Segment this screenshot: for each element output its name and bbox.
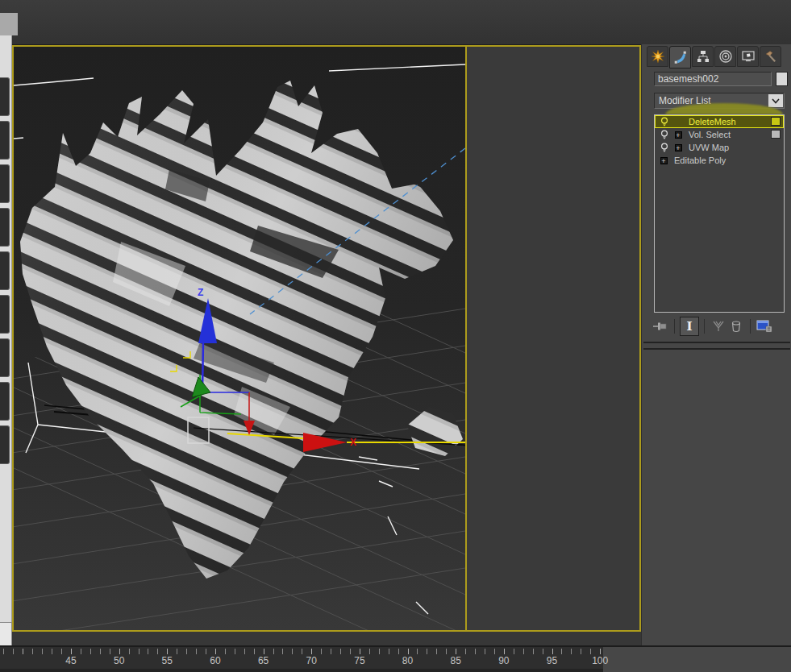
tab-hierarchy[interactable] — [692, 46, 714, 67]
cutoff-toolbar-button[interactable] — [0, 382, 10, 421]
frame-tick — [350, 649, 351, 654]
frame-tick — [311, 649, 312, 654]
frame-tick — [581, 649, 581, 654]
frame-tick — [514, 649, 514, 654]
expand-plus-icon[interactable]: + — [675, 144, 682, 151]
frame-tick — [100, 649, 101, 654]
frame-tick — [369, 649, 370, 654]
panel-divider — [643, 342, 790, 343]
frame-tick — [225, 649, 226, 654]
frame-number-label: 50 — [114, 655, 124, 666]
toolbar-separator — [704, 319, 705, 334]
tab-create[interactable] — [647, 46, 668, 67]
modifier-stack[interactable]: DeleteMesh+Vol. Select+UVW Map+Editable … — [654, 114, 785, 313]
modifier-stack-row[interactable]: +Editable Poly — [655, 154, 784, 167]
configure-modifier-sets-button[interactable] — [756, 317, 773, 335]
frame-tick — [235, 649, 235, 654]
cutoff-toolbar-button[interactable] — [0, 251, 10, 290]
modifier-enable-bulb-icon[interactable] — [659, 117, 669, 127]
z-axis-label: Z — [198, 287, 203, 298]
dropdown-arrow-button[interactable] — [768, 94, 783, 107]
frame-tick — [494, 649, 495, 654]
modifier-stack-row[interactable]: +Vol. Select — [655, 128, 784, 141]
tab-modify[interactable] — [669, 46, 691, 68]
tab-display[interactable] — [737, 46, 759, 67]
frame-tick — [398, 649, 399, 654]
expand-plus-icon[interactable]: + — [660, 157, 668, 164]
cutoff-toolbar-button[interactable] — [0, 164, 10, 203]
frame-number-label: 80 — [402, 655, 413, 666]
frame-number-label: 85 — [451, 655, 461, 666]
frame-number-label: 55 — [162, 655, 173, 666]
modifier-stack-toolbar: I — [652, 316, 787, 337]
object-color-swatch[interactable] — [776, 72, 788, 86]
utilities-hammer-icon — [764, 49, 778, 64]
frame-tick — [292, 649, 293, 654]
frame-number-label: 60 — [210, 655, 220, 666]
x-axis-arrow[interactable] — [303, 433, 347, 452]
tab-motion[interactable] — [714, 46, 736, 67]
cutoff-toolbar-button[interactable] — [0, 425, 10, 464]
timeline-ruler[interactable]: 4550556065707580859095100 — [0, 647, 603, 672]
frame-tick — [417, 649, 418, 654]
active-viewport[interactable]: X Z — [14, 47, 465, 630]
frame-tick — [264, 649, 264, 654]
frame-tick — [379, 649, 380, 654]
frame-tick — [561, 649, 562, 654]
frame-tick — [177, 649, 177, 654]
mesh-object[interactable] — [20, 81, 463, 579]
modifier-viewport-toggle-swatch[interactable] — [771, 130, 781, 139]
frame-tick — [32, 649, 33, 654]
frame-tick — [408, 649, 409, 654]
modifier-stack-row[interactable]: DeleteMesh — [655, 115, 784, 128]
frame-tick — [446, 649, 447, 654]
motion-circles-icon — [718, 49, 733, 64]
modifier-stack-row[interactable]: +UVW Map — [655, 141, 784, 154]
empty-viewport-pane[interactable] — [467, 47, 639, 630]
frame-tick — [389, 649, 389, 654]
cutoff-toolbar-button[interactable] — [0, 121, 10, 160]
frame-tick — [590, 649, 591, 654]
frame-tick — [543, 649, 543, 654]
hierarchy-boxes-icon — [696, 49, 710, 64]
command-panel: Modifier List DeleteMesh+Vol. Select+UVW… — [641, 44, 791, 645]
cutoff-toolbar-button[interactable] — [0, 338, 10, 377]
top-toolbar-area — [0, 0, 791, 46]
cutoff-toolbar-button[interactable] — [0, 295, 10, 334]
modifier-enable-bulb-icon[interactable] — [659, 130, 669, 139]
frame-tick — [215, 649, 216, 654]
tab-utilities[interactable] — [760, 46, 781, 67]
modifier-enable-bulb-icon[interactable] — [659, 143, 669, 152]
expand-plus-icon[interactable]: + — [675, 131, 682, 139]
cutoff-toolbar-button[interactable] — [0, 77, 10, 116]
show-end-result-button[interactable]: I — [680, 317, 699, 336]
remove-modifier-button[interactable] — [727, 317, 745, 335]
object-name-field[interactable] — [654, 72, 772, 86]
frame-number-label: 65 — [258, 655, 269, 666]
time-slider-edge[interactable] — [0, 622, 12, 648]
frame-tick — [552, 649, 553, 654]
frame-tick — [504, 649, 505, 654]
frame-tick — [52, 649, 52, 654]
modifier-viewport-toggle-swatch[interactable] — [771, 117, 781, 126]
chevron-down-icon — [772, 98, 780, 104]
cutoff-toolbar-button[interactable] — [0, 208, 10, 247]
frame-tick — [523, 649, 524, 654]
frame-tick — [244, 649, 245, 654]
frame-tick — [302, 649, 302, 654]
mesh-fragment[interactable] — [407, 407, 463, 456]
frame-tick — [321, 649, 322, 654]
frame-tick — [206, 649, 206, 654]
frame-tick — [23, 649, 23, 654]
pin-stack-button[interactable] — [652, 317, 669, 335]
frame-tick — [139, 649, 139, 654]
frame-tick — [119, 649, 120, 654]
frame-number-label: 75 — [354, 655, 364, 666]
frame-tick — [254, 649, 255, 654]
frame-tick — [110, 649, 110, 654]
frame-tick — [600, 649, 601, 654]
frame-tick — [360, 649, 360, 654]
frame-tick — [331, 649, 331, 654]
frame-tick — [427, 649, 427, 654]
make-unique-button[interactable] — [710, 317, 727, 335]
